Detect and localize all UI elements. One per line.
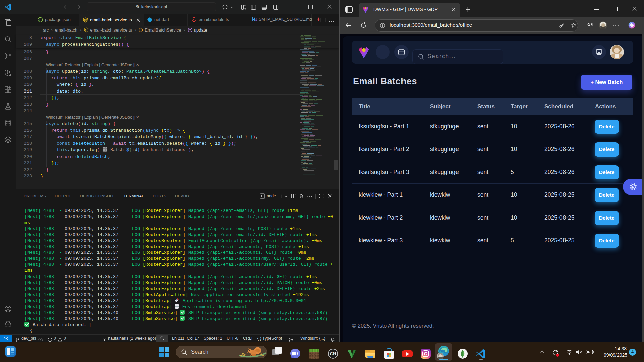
svg-text:{ }: { } (39, 19, 42, 21)
